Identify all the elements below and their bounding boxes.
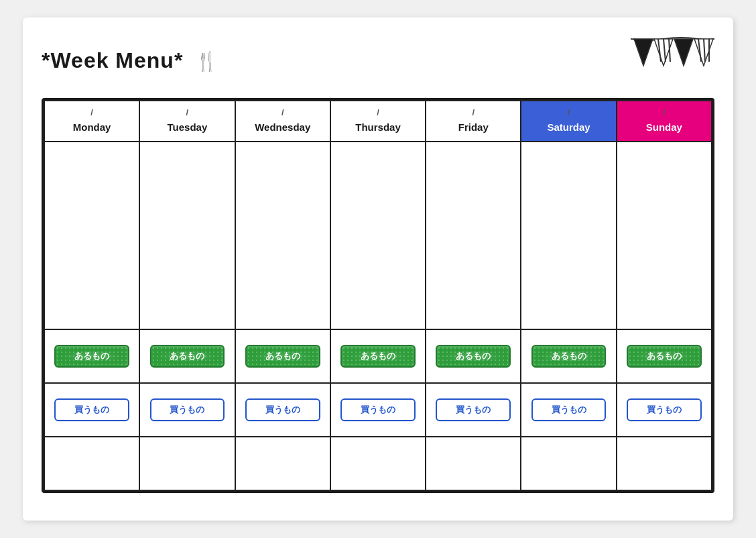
page-title: *Week Menu* 🍴 [42, 48, 219, 73]
arumono-thursday-badge: あるもの [340, 345, 416, 368]
label-friday: Friday [458, 121, 489, 133]
slash-saturday: / [524, 107, 613, 119]
arumono-tuesday-badge: あるもの [150, 345, 225, 368]
header-wednesday: / Wednesday [235, 101, 330, 142]
bottom-thursday[interactable] [330, 437, 426, 490]
main-saturday[interactable] [521, 142, 616, 329]
main-sunday[interactable] [617, 142, 712, 329]
header-monday: / Monday [44, 101, 139, 142]
arumono-saturday-cell[interactable]: あるもの [521, 329, 616, 383]
header-saturday: / Saturday [521, 101, 616, 142]
kaumono-sunday-cell[interactable]: 買うもの [617, 383, 712, 437]
header-tuesday: / Tuesday [139, 101, 235, 142]
main-monday[interactable] [44, 142, 139, 329]
main-tuesday[interactable] [139, 142, 235, 329]
bunting-decoration [627, 34, 714, 87]
arumono-tuesday-cell[interactable]: あるもの [139, 329, 235, 383]
label-saturday: Saturday [547, 121, 590, 133]
main-friday[interactable] [426, 142, 521, 329]
kaumono-friday-cell[interactable]: 買うもの [426, 383, 521, 437]
arumono-saturday-badge: あるもの [531, 345, 607, 368]
utensils-icon: 🍴 [195, 51, 219, 72]
label-monday: Monday [73, 121, 111, 133]
header-thursday: / Thursday [330, 101, 426, 142]
main-wednesday[interactable] [235, 142, 330, 329]
arumono-thursday-cell[interactable]: あるもの [330, 329, 426, 383]
arumono-friday-cell[interactable]: あるもの [426, 329, 521, 383]
arumono-sunday-cell[interactable]: あるもの [617, 329, 712, 383]
bottom-saturday[interactable] [521, 437, 616, 490]
slash-thursday: / [334, 107, 422, 119]
arumono-monday-cell[interactable]: あるもの [44, 329, 139, 383]
kaumono-tuesday-cell[interactable]: 買うもの [139, 383, 235, 437]
header: *Week Menu* 🍴 [42, 34, 714, 87]
page: *Week Menu* 🍴 [23, 17, 733, 521]
kaumono-saturday-cell[interactable]: 買うもの [521, 383, 616, 437]
arumono-wednesday-cell[interactable]: あるもの [235, 329, 330, 383]
kaumono-saturday-badge: 買うもの [531, 398, 607, 421]
kaumono-wednesday-badge: 買うもの [245, 398, 320, 421]
slash-tuesday: / [143, 107, 231, 119]
label-thursday: Thursday [355, 121, 401, 133]
kaumono-thursday-badge: 買うもの [340, 398, 416, 421]
kaumono-thursday-cell[interactable]: 買うもの [330, 383, 426, 437]
slash-sunday: / [620, 107, 708, 119]
bottom-wednesday[interactable] [235, 437, 330, 490]
main-thursday[interactable] [330, 142, 426, 329]
kaumono-tuesday-badge: 買うもの [150, 398, 225, 421]
svg-marker-5 [674, 39, 693, 66]
svg-marker-0 [634, 39, 653, 66]
label-tuesday: Tuesday [168, 121, 208, 133]
header-row: / Monday / Tuesday / Wednesday / Thursda… [44, 101, 712, 142]
header-friday: / Friday [426, 101, 521, 142]
kaumono-monday-badge: 買うもの [54, 398, 129, 421]
header-sunday: / Sunday [617, 101, 712, 142]
arumono-row: あるもの あるもの あるもの あるもの あるもの あるもの ある [44, 329, 712, 383]
bunting-svg [627, 34, 714, 87]
calendar-wrapper: / Monday / Tuesday / Wednesday / Thursda… [42, 98, 714, 493]
label-wednesday: Wednesday [255, 121, 310, 133]
bottom-friday[interactable] [426, 437, 521, 490]
kaumono-wednesday-cell[interactable]: 買うもの [235, 383, 330, 437]
kaumono-monday-cell[interactable]: 買うもの [44, 383, 139, 437]
bottom-monday[interactable] [44, 437, 139, 490]
arumono-wednesday-badge: あるもの [245, 345, 320, 368]
calendar-table: / Monday / Tuesday / Wednesday / Thursda… [44, 100, 712, 491]
label-sunday: Sunday [646, 121, 682, 133]
bottom-row [44, 437, 712, 490]
title-text: *Week Menu* [42, 48, 183, 72]
arumono-friday-badge: あるもの [436, 345, 511, 368]
kaumono-friday-badge: 買うもの [436, 398, 511, 421]
arumono-monday-badge: あるもの [54, 345, 129, 368]
arumono-sunday-badge: あるもの [627, 345, 702, 368]
slash-wednesday: / [239, 107, 327, 119]
bottom-tuesday[interactable] [139, 437, 235, 490]
bottom-sunday[interactable] [617, 437, 712, 490]
kaumono-row: 買うもの 買うもの 買うもの 買うもの 買うもの 買うもの 買う [44, 383, 712, 437]
slash-monday: / [48, 107, 136, 119]
kaumono-sunday-badge: 買うもの [627, 398, 702, 421]
slash-friday: / [429, 107, 517, 119]
main-content-row [44, 142, 712, 329]
